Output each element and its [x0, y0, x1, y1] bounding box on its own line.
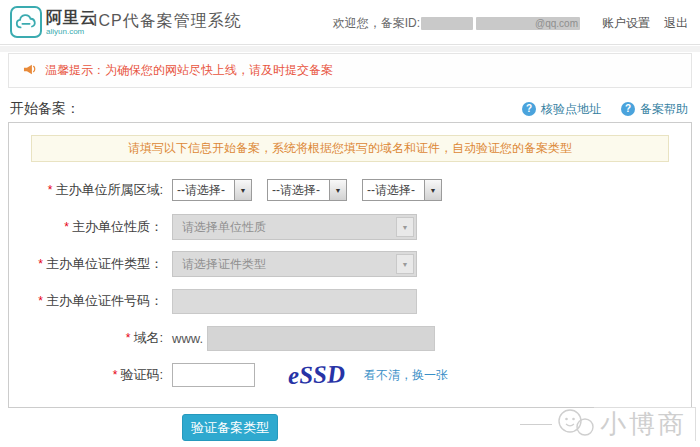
verify-beian-type-button[interactable]: 验证备案类型: [182, 414, 278, 441]
required-mark: *: [38, 257, 43, 271]
region-province-select[interactable]: --请选择- ▼: [172, 179, 252, 201]
chevron-down-icon: ▼: [396, 217, 414, 237]
masked-email: @qq.com: [476, 17, 580, 30]
header: 阿里云 aliyun.com ICP代备案管理系统 欢迎您，备案ID: @qq.…: [0, 0, 700, 45]
aliyun-cloud-icon: [10, 6, 42, 38]
help-icon: ?: [522, 102, 536, 116]
cert-type-select: 请选择证件类型 ▼: [172, 251, 417, 277]
required-mark: *: [126, 331, 131, 345]
region-district-select[interactable]: --请选择- ▼: [362, 179, 442, 201]
account-settings-link[interactable]: 账户设置: [602, 15, 650, 32]
masked-beian-id: [421, 17, 473, 30]
cert-number-input: [172, 289, 417, 314]
domain-label: *域名:: [9, 329, 172, 347]
aliyun-logo[interactable]: 阿里云 aliyun.com: [10, 6, 97, 38]
captcha-label: *验证码:: [9, 366, 172, 384]
brand-name: 阿里云: [46, 9, 97, 27]
cert-type-label: *主办单位证件类型：: [9, 255, 172, 273]
org-nature-select: 请选择单位性质 ▼: [172, 214, 417, 240]
form-rows: *主办单位所属区域: --请选择- ▼ --请选择- ▼ --请选择- ▼ *主…: [9, 177, 691, 388]
watermark: 小博商: [520, 406, 696, 442]
captcha-row: *验证码: eSSD 看不清，换一张: [9, 362, 691, 388]
region-city-select[interactable]: --请选择- ▼: [267, 179, 347, 201]
chat-faces-icon: [556, 406, 594, 442]
help-icon: ?: [621, 102, 635, 116]
cert-type-row: *主办单位证件类型： 请选择证件类型 ▼: [9, 251, 691, 277]
domain-input[interactable]: [207, 326, 435, 351]
org-nature-label: *主办单位性质：: [9, 218, 172, 236]
form-tip: 请填写以下信息开始备案，系统将根据您填写的域名和证件，自动验证您的备案类型: [31, 135, 669, 162]
header-gap-strip: [0, 46, 700, 52]
required-mark: *: [64, 220, 69, 234]
notice-bar: 温馨提示：为确保您的网站尽快上线，请及时提交备案: [8, 53, 692, 88]
app-title: ICP代备案管理系统: [93, 11, 242, 32]
domain-row: *域名: www.: [9, 325, 691, 351]
domain-www-prefix: www.: [172, 331, 203, 346]
verification-address-link[interactable]: ? 核验点地址: [522, 101, 601, 118]
cert-number-row: *主办单位证件号码：: [9, 288, 691, 314]
chevron-down-icon: ▼: [396, 254, 414, 274]
watermark-text: 小博商: [594, 407, 696, 441]
megaphone-icon: [23, 62, 38, 80]
chevron-down-icon[interactable]: ▼: [234, 180, 251, 200]
start-beian-form: 请填写以下信息开始备案，系统将根据您填写的域名和证件，自动验证您的备案类型 *主…: [8, 122, 692, 408]
captcha-refresh-link[interactable]: 看不清，换一张: [364, 367, 448, 384]
required-mark: *: [113, 368, 118, 382]
page-title: 开始备案：: [10, 100, 80, 118]
notice-text: 温馨提示：为确保您的网站尽快上线，请及时提交备案: [45, 62, 333, 79]
required-mark: *: [38, 294, 43, 308]
welcome-text: 欢迎您，备案ID:: [333, 15, 420, 32]
chevron-down-icon[interactable]: ▼: [329, 180, 346, 200]
captcha-input[interactable]: [172, 363, 255, 387]
chevron-down-icon[interactable]: ▼: [424, 180, 441, 200]
brand-domain: aliyun.com: [46, 27, 97, 36]
org-nature-row: *主办单位性质： 请选择单位性质 ▼: [9, 214, 691, 240]
heading-row: 开始备案： ? 核验点地址 ? 备案帮助: [10, 98, 688, 120]
beian-help-link[interactable]: ? 备案帮助: [621, 101, 688, 118]
captcha-image[interactable]: eSSD: [288, 362, 346, 388]
region-row: *主办单位所属区域: --请选择- ▼ --请选择- ▼ --请选择- ▼: [9, 177, 691, 203]
header-user-area: 欢迎您，备案ID: @qq.com 账户设置 退出: [333, 15, 688, 32]
cert-number-label: *主办单位证件号码：: [9, 292, 172, 310]
heading-links: ? 核验点地址 ? 备案帮助: [502, 101, 688, 118]
region-label: *主办单位所属区域:: [9, 181, 172, 199]
logout-link[interactable]: 退出: [664, 15, 688, 32]
watermark-line: [520, 424, 552, 425]
required-mark: *: [48, 183, 53, 197]
